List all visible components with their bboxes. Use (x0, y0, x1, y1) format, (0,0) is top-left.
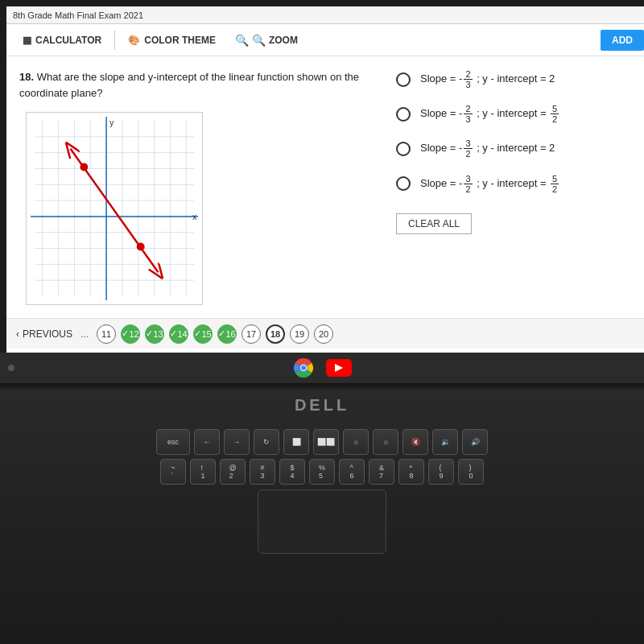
svg-text:y: y (109, 118, 114, 127)
check-icon-14: ✓ (170, 328, 177, 339)
fraction-d-slope: 32 (464, 174, 472, 194)
key-forward[interactable]: → (224, 429, 250, 455)
taskbar (0, 353, 644, 383)
choice-text-b: Slope = -23 ; y - intercept = 52 (420, 104, 560, 124)
key-refresh[interactable]: ↻ (254, 429, 279, 455)
laptop-hinge (0, 383, 644, 391)
clear-all-button[interactable]: CLEAR ALL (396, 213, 472, 234)
nav-num-13[interactable]: ✓13 (145, 324, 164, 344)
key-8[interactable]: *8 (398, 459, 424, 485)
nav-num-19[interactable]: 19 (290, 324, 309, 344)
previous-button[interactable]: ‹ PREVIOUS (16, 328, 72, 340)
zoom-label: ZOOM (269, 35, 298, 46)
choice-text-d: Slope = -32 ; y - intercept = 52 (420, 174, 560, 194)
question-area: 18. What are the slope and y-intercept o… (19, 69, 380, 305)
key-9[interactable]: (9 (428, 459, 454, 485)
radio-d[interactable] (396, 176, 411, 191)
window-title: 8th Grade Math Final Exam 2021 (13, 10, 143, 20)
zoom-area: 🔍 🔍 ZOOM (225, 29, 308, 52)
key-back[interactable]: ← (194, 429, 220, 455)
fraction-b-slope: 23 (464, 104, 472, 124)
keyboard-area: esc ← → ↻ ⬜ ⬜⬜ ☼ ☼ 🔇 🔉 🔊 ~` !1 @2 #3 $4 … (24, 421, 620, 567)
key-6[interactable]: ^6 (339, 459, 365, 485)
check-icon-12: ✓ (122, 328, 129, 339)
toolbar-separator (114, 31, 115, 50)
nav-num-14[interactable]: ✓14 (169, 324, 188, 344)
calculator-icon: ▦ (23, 35, 31, 46)
question-text: 18. What are the slope and y-intercept o… (19, 69, 380, 101)
key-4[interactable]: $4 (279, 459, 305, 485)
key-0[interactable]: )0 (458, 459, 484, 485)
nav-num-12[interactable]: ✓12 (121, 324, 140, 344)
chrome-taskbar-icon[interactable] (292, 357, 315, 379)
touchpad[interactable] (258, 489, 386, 554)
answer-choice-b: Slope = -23 ; y - intercept = 52 (396, 104, 638, 124)
dell-logo: DELL (295, 396, 349, 415)
svg-point-26 (137, 243, 145, 251)
answer-choice-c: Slope = -32 ; y - intercept = 2 (396, 138, 638, 159)
keyboard-row-numbers: ~` !1 @2 #3 $4 %5 ^6 &7 *8 (9 )0 (32, 459, 612, 485)
svg-text:x: x (192, 212, 197, 221)
fraction-a-slope: 23 (464, 69, 472, 89)
key-esc[interactable]: esc (156, 429, 190, 455)
svg-point-25 (80, 163, 88, 171)
nav-num-16[interactable]: ✓16 (217, 324, 237, 344)
youtube-taskbar-icon[interactable] (326, 359, 352, 377)
window-title-bar: 8th Grade Math Final Exam 2021 (6, 6, 644, 24)
answer-choice-d: Slope = -32 ; y - intercept = 52 (396, 174, 638, 194)
keyboard-row-fn: esc ← → ↻ ⬜ ⬜⬜ ☼ ☼ 🔇 🔉 🔊 (32, 429, 612, 455)
chevron-left-icon: ‹ (16, 328, 19, 340)
radio-a[interactable] (396, 72, 411, 87)
radio-b[interactable] (396, 107, 411, 122)
question-number: 18. (19, 71, 34, 83)
key-mute[interactable]: 🔇 (402, 429, 428, 455)
fraction-c-slope: 32 (464, 138, 472, 159)
key-1[interactable]: !1 (190, 459, 216, 485)
key-windows[interactable]: ⬜⬜ (313, 429, 339, 455)
add-button[interactable]: ADD (601, 30, 644, 51)
key-vol-down[interactable]: 🔉 (432, 429, 458, 455)
choice-text-c: Slope = -32 ; y - intercept = 2 (420, 138, 555, 159)
bottom-navigation: ‹ PREVIOUS ... 11 ✓12 ✓13 ✓14 ✓15 ✓16 17… (6, 318, 644, 349)
answer-area: Slope = -23 ; y - intercept = 2 Slope = … (396, 69, 638, 305)
key-fullscreen[interactable]: ⬜ (283, 429, 309, 455)
main-content: 18. What are the slope and y-intercept o… (6, 56, 644, 318)
graph-container: y x (26, 112, 203, 305)
calculator-button[interactable]: ▦ CALCULATOR (13, 30, 111, 51)
zoom-in-icon[interactable]: 🔍 (252, 34, 266, 47)
color-theme-button[interactable]: 🎨 COLOR THEME (118, 30, 225, 51)
key-vol-up[interactable]: 🔊 (462, 429, 488, 455)
nav-num-17[interactable]: 17 (242, 324, 261, 344)
key-2[interactable]: @2 (220, 459, 246, 485)
toolbar: ▦ CALCULATOR 🎨 COLOR THEME 🔍 🔍 ZOOM ADD (6, 24, 644, 56)
laptop-base: DELL esc ← → ↻ ⬜ ⬜⬜ ☼ ☼ 🔇 🔉 🔊 ~` !1 @2 #… (0, 383, 644, 644)
play-icon (335, 364, 343, 372)
coordinate-graph: y x (27, 113, 202, 304)
key-tilde[interactable]: ~` (160, 459, 186, 485)
nav-num-20[interactable]: 20 (314, 324, 333, 344)
nav-num-11[interactable]: 11 (97, 324, 116, 344)
key-5[interactable]: %5 (309, 459, 335, 485)
fraction-b-intercept: 52 (551, 104, 559, 124)
check-icon-15: ✓ (194, 328, 201, 339)
zoom-out-icon[interactable]: 🔍 (235, 34, 249, 47)
choice-text-a: Slope = -23 ; y - intercept = 2 (420, 69, 555, 89)
nav-num-15[interactable]: ✓15 (193, 324, 213, 344)
taskbar-icon-dot (8, 365, 14, 371)
nav-dots: ... (80, 328, 89, 340)
check-icon-13: ✓ (146, 328, 153, 339)
nav-num-18[interactable]: 18 (266, 324, 285, 344)
fraction-d-intercept: 52 (551, 174, 559, 194)
answer-choice-a: Slope = -23 ; y - intercept = 2 (396, 69, 638, 89)
key-bright-up[interactable]: ☼ (373, 429, 398, 455)
check-icon-16: ✓ (218, 328, 225, 339)
question-body: What are the slope and y-intercept of th… (19, 71, 359, 99)
key-3[interactable]: #3 (250, 459, 275, 485)
radio-c[interactable] (396, 142, 411, 156)
key-bright-down[interactable]: ☼ (343, 429, 369, 455)
palette-icon: 🎨 (128, 35, 140, 46)
svg-point-30 (301, 365, 306, 370)
key-7[interactable]: &7 (369, 459, 394, 485)
